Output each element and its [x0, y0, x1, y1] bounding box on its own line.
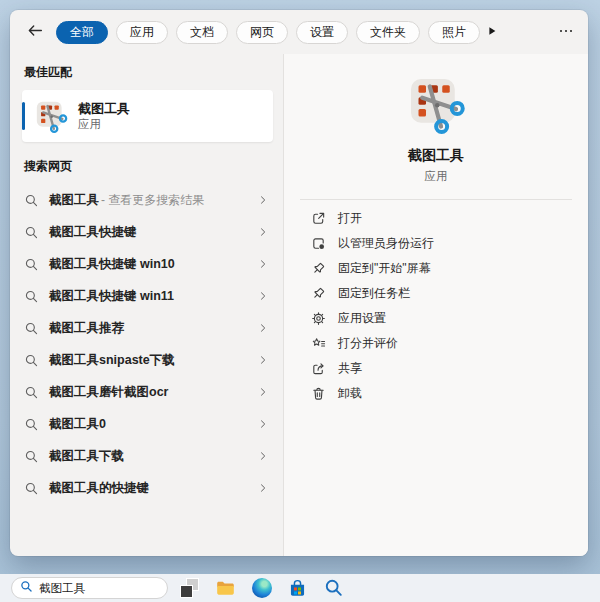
- web-result-item[interactable]: 截图工具的快捷键: [10, 472, 283, 504]
- play-triangle-icon: [486, 25, 498, 40]
- result-text: 截图工具快捷键: [49, 224, 137, 241]
- result-text: 截图工具: [49, 192, 99, 209]
- web-result-item[interactable]: 截图工具snipaste下载: [10, 344, 283, 376]
- best-match-title: 截图工具: [78, 100, 130, 117]
- action-rate-review[interactable]: 打分并评价: [311, 331, 588, 356]
- more-options-button[interactable]: [558, 23, 574, 42]
- back-button[interactable]: [22, 19, 48, 45]
- result-text: 截图工具快捷键 win11: [49, 288, 174, 305]
- action-open[interactable]: 打开: [311, 206, 588, 231]
- action-label: 应用设置: [338, 310, 386, 327]
- search-icon: [20, 580, 39, 596]
- gear-icon: [311, 311, 326, 326]
- tab-5[interactable]: 文件夹: [356, 21, 420, 44]
- action-label: 以管理员身份运行: [338, 235, 434, 252]
- action-label: 固定到"开始"屏幕: [338, 260, 431, 277]
- action-app-settings[interactable]: 应用设置: [311, 306, 588, 331]
- search-icon: [24, 289, 39, 304]
- microsoft-store-icon[interactable]: [287, 578, 308, 599]
- tab-3[interactable]: 网页: [236, 21, 288, 44]
- taskbar-search-box[interactable]: [11, 577, 168, 599]
- app-title: 截图工具: [408, 147, 464, 165]
- preview-panel: 截图工具 应用 打开以管理员身份运行固定到"开始"屏幕固定到任务栏应用设置打分并…: [283, 54, 588, 556]
- result-suffix: - 查看更多搜索结果: [101, 192, 204, 209]
- selection-accent-bar: [22, 102, 25, 130]
- web-result-item[interactable]: 截图工具0: [10, 408, 283, 440]
- web-result-item[interactable]: 截图工具磨针截图ocr: [10, 376, 283, 408]
- more-tabs-button[interactable]: [486, 25, 498, 40]
- pin-icon: [311, 286, 326, 301]
- action-run-as-admin[interactable]: 以管理员身份运行: [311, 231, 588, 256]
- search-window: 全部应用文档网页设置文件夹照片 最佳匹配 截图工具 应用 搜索网页: [10, 10, 588, 556]
- action-uninstall[interactable]: 卸载: [311, 381, 588, 406]
- snipping-tool-icon: [34, 99, 68, 133]
- result-text: 截图工具推荐: [49, 320, 124, 337]
- results-panel: 最佳匹配 截图工具 应用 搜索网页 截图工具- 查看更多搜索结果截图工具快捷键截…: [10, 54, 283, 556]
- back-arrow-icon: [27, 22, 44, 42]
- action-share[interactable]: 共享: [311, 356, 588, 381]
- web-result-item[interactable]: 截图工具快捷键 win10: [10, 248, 283, 280]
- tab-0[interactable]: 全部: [56, 21, 108, 44]
- action-label: 固定到任务栏: [338, 285, 410, 302]
- file-explorer-icon[interactable]: [215, 578, 236, 599]
- search-icon: [24, 225, 39, 240]
- task-window-icon[interactable]: [179, 578, 200, 599]
- best-match-header: 最佳匹配: [10, 64, 283, 81]
- action-pin-to-start[interactable]: 固定到"开始"屏幕: [311, 256, 588, 281]
- best-match-item[interactable]: 截图工具 应用: [22, 90, 273, 142]
- web-results-list: 截图工具- 查看更多搜索结果截图工具快捷键截图工具快捷键 win10截图工具快捷…: [10, 184, 283, 504]
- filter-tabs: 全部应用文档网页设置文件夹照片: [56, 21, 480, 44]
- result-text: 截图工具快捷键 win10: [49, 256, 175, 273]
- tab-6[interactable]: 照片: [428, 21, 480, 44]
- search-web-header: 搜索网页: [10, 158, 283, 175]
- action-label: 打分并评价: [338, 335, 398, 352]
- open-external-icon: [311, 211, 326, 226]
- search-icon: [24, 417, 39, 432]
- web-result-item[interactable]: 截图工具快捷键 win11: [10, 280, 283, 312]
- result-text: 截图工具snipaste下载: [49, 352, 175, 369]
- tab-2[interactable]: 文档: [176, 21, 228, 44]
- web-result-item[interactable]: 截图工具快捷键: [10, 216, 283, 248]
- taskbar: [0, 574, 600, 602]
- tab-1[interactable]: 应用: [116, 21, 168, 44]
- chevron-right-icon: [257, 322, 269, 334]
- best-match-subtitle: 应用: [78, 117, 130, 132]
- result-text: 截图工具磨针截图ocr: [49, 384, 168, 401]
- rate-icon: [311, 336, 326, 351]
- admin-icon: [311, 236, 326, 251]
- action-label: 共享: [338, 360, 362, 377]
- web-result-item[interactable]: 截图工具推荐: [10, 312, 283, 344]
- search-icon: [24, 481, 39, 496]
- search-filter-bar: 全部应用文档网页设置文件夹照片: [10, 10, 588, 54]
- chevron-right-icon: [257, 194, 269, 206]
- chevron-right-icon: [257, 290, 269, 302]
- chevron-right-icon: [257, 354, 269, 366]
- app-subtitle: 应用: [425, 169, 448, 184]
- taskbar-search-icon[interactable]: [323, 578, 344, 599]
- search-icon: [24, 353, 39, 368]
- chevron-right-icon: [257, 386, 269, 398]
- snipping-tool-icon-large: [406, 74, 466, 134]
- web-result-item[interactable]: 截图工具下载: [10, 440, 283, 472]
- action-label: 卸载: [338, 385, 362, 402]
- ellipsis-icon: [558, 23, 574, 42]
- result-text: 截图工具的快捷键: [49, 480, 149, 497]
- chevron-right-icon: [257, 258, 269, 270]
- web-result-item[interactable]: 截图工具- 查看更多搜索结果: [10, 184, 283, 216]
- taskbar-search-input[interactable]: [39, 582, 159, 594]
- action-pin-to-taskbar[interactable]: 固定到任务栏: [311, 281, 588, 306]
- trash-icon: [311, 386, 326, 401]
- chevron-right-icon: [257, 226, 269, 238]
- tab-4[interactable]: 设置: [296, 21, 348, 44]
- edge-browser-icon[interactable]: [251, 578, 272, 599]
- chevron-right-icon: [257, 450, 269, 462]
- action-list: 打开以管理员身份运行固定到"开始"屏幕固定到任务栏应用设置打分并评价共享卸载: [284, 200, 588, 406]
- search-icon: [24, 449, 39, 464]
- result-text: 截图工具0: [49, 416, 106, 433]
- action-label: 打开: [338, 210, 362, 227]
- search-icon: [24, 385, 39, 400]
- result-text: 截图工具下载: [49, 448, 124, 465]
- search-icon: [24, 321, 39, 336]
- chevron-right-icon: [257, 482, 269, 494]
- pin-icon: [311, 261, 326, 276]
